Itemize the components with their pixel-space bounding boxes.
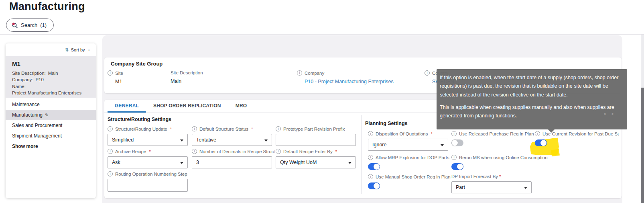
sidebar-nav: Maintenance Manufacturing ✎ Sales and Pr… [6, 99, 96, 152]
info-icon[interactable]: i [535, 131, 540, 136]
info-icon[interactable]: i [425, 70, 430, 76]
chevron-down-icon [180, 139, 183, 141]
info-icon[interactable]: i [368, 174, 373, 179]
site-card-desc-line: Site Description:Main [12, 70, 89, 76]
field-number-of-decimals: i Number of Decimals in Recipe Structure… [192, 149, 272, 168]
number-of-decimals-input[interactable]: 3 [192, 156, 272, 168]
field-archive-recipe: i Archive Recipe* Ask [108, 149, 188, 168]
field-use-current-revision: i Use Current Revision for Past Due Supp [535, 131, 619, 146]
yellow-highlight-annotation [551, 149, 560, 157]
structure-routing-settings-title: Structure/Routing Settings [108, 117, 171, 122]
sort-by-button[interactable]: ⇅ Sort by ⌄ [6, 43, 96, 56]
dp-import-forecast-by-select[interactable]: Part [451, 181, 532, 193]
field-default-recipe-enter-by: i Default Recipe Enter By* Qty Weight Uo… [276, 149, 356, 168]
field-site-description: Site Description Main [171, 70, 203, 84]
tab-scroll-right-icon[interactable]: ► [611, 112, 615, 116]
info-icon[interactable]: i [451, 155, 457, 160]
default-structure-status-select[interactable]: Tentative [192, 134, 272, 146]
show-more-button[interactable]: Show more [6, 141, 96, 152]
routing-operation-numbering-step-input[interactable] [108, 179, 188, 192]
info-icon[interactable]: i [108, 126, 113, 131]
structure-routing-update-select[interactable]: Simplified [108, 134, 188, 146]
tooltip-paragraph-1: If this option is enabled, when the star… [440, 74, 623, 99]
info-icon[interactable]: i [368, 155, 373, 160]
info-icon[interactable]: i [368, 131, 373, 136]
manufacturing-settings-page: Manufacturing Search (1) ⇅ Sort by ⌄ M1 … [0, 0, 644, 203]
search-icon [12, 22, 18, 29]
toggle-knob [374, 183, 380, 189]
search-button-label: Search [21, 22, 37, 28]
chevron-down-icon [524, 187, 527, 189]
toggle-knob [457, 164, 463, 170]
disposition-of-quotations-select[interactable]: Ignore [368, 139, 448, 151]
rerun-ms-toggle[interactable] [451, 163, 463, 170]
tooltip-caret [548, 129, 555, 133]
info-icon[interactable]: i [108, 70, 113, 76]
sidebar-item-maintenance[interactable]: Maintenance [6, 99, 96, 110]
info-icon[interactable]: i [192, 126, 197, 131]
sidebar-item-shipment-management[interactable]: Shipment Management [6, 131, 96, 141]
chevron-down-icon [180, 162, 183, 164]
use-current-revision-toggle[interactable] [535, 139, 547, 146]
tab-shop-order-replication[interactable]: SHOP ORDER REPLICATION [146, 100, 228, 113]
tab-general[interactable]: GENERAL [108, 100, 146, 113]
default-recipe-enter-by-select[interactable]: Qty Weight UoM [276, 156, 356, 168]
company-link[interactable]: P10 - Project Manufacturing Enterprises [297, 79, 394, 84]
tab-scroll-left-icon[interactable]: ◄ [603, 112, 606, 116]
site-card-name-value: Project Manufacturing Enterprises [12, 90, 89, 96]
field-structure-routing-update: i Structure/Routing Update* Simplified [108, 126, 188, 146]
toggle-knob [374, 164, 380, 170]
field-rerun-ms: i Rerun MS when using Online Consumption [451, 155, 544, 170]
sort-icon: ⇅ [65, 47, 69, 53]
field-use-manual-shop-order-req: i Use Manual Shop Order Req in Planning [368, 174, 450, 189]
sidebar-item-manufacturing[interactable]: Manufacturing ✎ [6, 110, 96, 120]
sidebar-site-card[interactable]: M1 Site Description:Main Company:P10 Nam… [6, 56, 96, 98]
sidebar: ⇅ Sort by ⌄ M1 Site Description:Main Com… [6, 43, 96, 198]
planning-settings-title: Planning Settings [365, 121, 408, 126]
edit-pencil-icon: ✎ [45, 113, 49, 118]
info-icon[interactable]: i [276, 126, 281, 131]
toggle-knob [540, 140, 546, 146]
prototype-part-revision-prefix-input[interactable] [276, 134, 356, 146]
chevron-down-icon [441, 144, 444, 146]
allow-mrp-explosion-toggle[interactable] [368, 163, 380, 170]
site-card-title: M1 [12, 60, 89, 67]
field-prototype-part-revision-prefix: i Prototype Part Revision Prefix [276, 126, 356, 146]
archive-recipe-select[interactable]: Ask [108, 156, 188, 168]
field-site: iSite M1 [108, 70, 123, 84]
info-icon[interactable]: i [108, 171, 113, 176]
chevron-down-icon [264, 139, 268, 141]
sidebar-item-sales-and-procurement[interactable]: Sales and Procurement [6, 120, 96, 131]
search-count-badge: (1) [40, 22, 47, 28]
field-info-tooltip: If this option is enabled, when the star… [437, 69, 627, 129]
site-card-company-line: Company:P10 [12, 76, 89, 83]
chevron-down-icon: ⌄ [87, 47, 91, 51]
tab-mro[interactable]: MRO [228, 100, 254, 113]
info-icon[interactable]: i [276, 149, 281, 154]
company-site-group-title: Company Site Group [111, 61, 163, 67]
use-released-purchase-req-toggle[interactable] [451, 139, 463, 146]
info-icon[interactable]: i [451, 131, 457, 136]
info-icon[interactable]: i [297, 70, 302, 76]
site-value: M1 [108, 79, 123, 84]
vertical-scrollbar-thumb[interactable] [641, 88, 644, 203]
field-company: iCompany P10 - Project Manufacturing Ent… [297, 70, 394, 84]
tooltip-paragraph-2: This is applicable when creating supplie… [440, 103, 623, 121]
info-icon[interactable]: i [108, 149, 113, 154]
sort-by-label: Sort by [71, 47, 85, 52]
search-button[interactable]: Search (1) [6, 18, 54, 32]
header-divider [0, 34, 644, 35]
site-card-name-label: Name: [12, 83, 89, 90]
field-allow-mrp-explosion: i Allow MRP Explosion for DOP Parts [368, 155, 450, 170]
page-title: Manufacturing [9, 0, 85, 13]
section-divider [361, 115, 362, 194]
field-dp-import-forecast-by: DP Import Forecast By* Part [451, 174, 532, 193]
field-use-released-purchase-req: i Use Released Purchase Req in Planning [451, 131, 534, 146]
field-default-structure-status: i Default Structure Status* Tentative [192, 126, 272, 146]
tab-scroll-arrows: ◄ ► [603, 112, 615, 116]
info-icon[interactable]: i [192, 149, 197, 154]
field-disposition-of-quotations: i Disposition Of Quotations* Ignore [368, 131, 448, 151]
site-description-value: Main [171, 78, 203, 84]
use-manual-shop-order-req-toggle[interactable] [368, 182, 380, 189]
field-routing-operation-numbering-step: i Routing Operation Numbering Step [108, 171, 188, 192]
